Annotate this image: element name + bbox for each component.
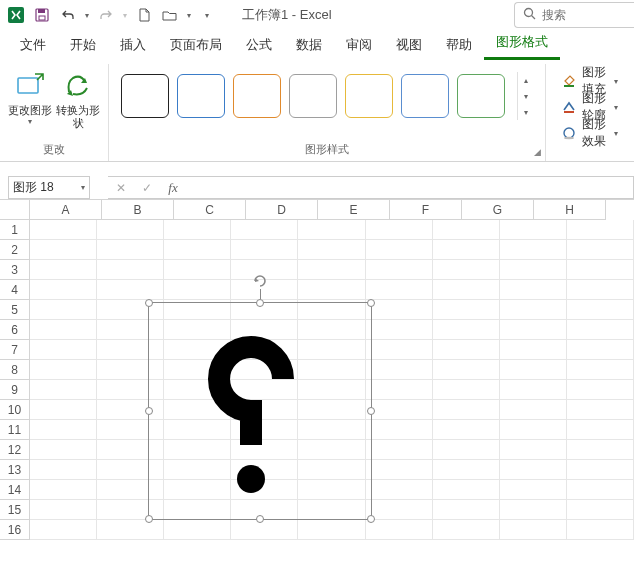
resize-handle[interactable] [367, 407, 375, 415]
cell[interactable] [30, 400, 97, 420]
cell[interactable] [500, 240, 567, 260]
row-header[interactable]: 1 [0, 220, 30, 240]
row-header[interactable]: 14 [0, 480, 30, 500]
cell[interactable] [231, 220, 298, 240]
cell[interactable] [567, 320, 634, 340]
cell[interactable] [366, 460, 433, 480]
cell[interactable] [298, 520, 365, 540]
cell[interactable] [500, 420, 567, 440]
style-swatch-2[interactable] [177, 74, 225, 118]
save-button[interactable] [30, 3, 54, 27]
col-header[interactable]: D [246, 200, 318, 220]
cell[interactable] [500, 380, 567, 400]
cell[interactable] [500, 460, 567, 480]
cell[interactable] [567, 340, 634, 360]
cell[interactable] [366, 520, 433, 540]
col-header[interactable]: C [174, 200, 246, 220]
cell[interactable] [30, 300, 97, 320]
cell[interactable] [30, 280, 97, 300]
row-header[interactable]: 3 [0, 260, 30, 280]
cell[interactable] [567, 220, 634, 240]
tab-shape-format[interactable]: 图形格式 [484, 27, 560, 60]
row-header[interactable]: 2 [0, 240, 30, 260]
cell[interactable] [30, 460, 97, 480]
selected-shape-frame[interactable] [148, 302, 372, 520]
tab-data[interactable]: 数据 [284, 30, 334, 60]
convert-to-shape-button[interactable]: 转换为形状 [56, 66, 100, 129]
redo-dropdown-icon[interactable]: ▾ [120, 11, 130, 20]
resize-handle[interactable] [367, 515, 375, 523]
cell[interactable] [500, 400, 567, 420]
cell[interactable] [30, 380, 97, 400]
shape-fill-button[interactable]: 图形填充 ▾ [558, 70, 622, 92]
cell[interactable] [298, 280, 365, 300]
cell[interactable] [97, 240, 164, 260]
cell[interactable] [366, 260, 433, 280]
cell[interactable] [366, 360, 433, 380]
change-shape-button[interactable]: 更改图形 ▾ [8, 66, 52, 126]
dialog-launcher-icon[interactable]: ◢ [534, 147, 541, 157]
row-header[interactable]: 15 [0, 500, 30, 520]
row-header[interactable]: 13 [0, 460, 30, 480]
cell[interactable] [567, 240, 634, 260]
cell[interactable] [500, 520, 567, 540]
resize-handle[interactable] [256, 515, 264, 523]
tab-help[interactable]: 帮助 [434, 30, 484, 60]
insert-function-button[interactable]: fx [160, 177, 186, 198]
search-box[interactable] [514, 2, 634, 28]
redo-button[interactable] [94, 3, 118, 27]
cell[interactable] [567, 460, 634, 480]
cell[interactable] [433, 380, 500, 400]
cell[interactable] [433, 480, 500, 500]
cell[interactable] [500, 220, 567, 240]
cell[interactable] [366, 240, 433, 260]
cell[interactable] [97, 280, 164, 300]
col-header[interactable]: H [534, 200, 606, 220]
open-file-button[interactable] [158, 3, 182, 27]
cell[interactable] [298, 260, 365, 280]
col-header[interactable]: B [102, 200, 174, 220]
cell[interactable] [97, 260, 164, 280]
cell[interactable] [366, 480, 433, 500]
cell[interactable] [433, 400, 500, 420]
cell[interactable] [366, 320, 433, 340]
cell[interactable] [433, 220, 500, 240]
cell[interactable] [366, 340, 433, 360]
cell[interactable] [433, 520, 500, 540]
cell[interactable] [567, 440, 634, 460]
excel-app-icon[interactable] [4, 3, 28, 27]
cell[interactable] [433, 300, 500, 320]
tab-review[interactable]: 审阅 [334, 30, 384, 60]
cell[interactable] [164, 240, 231, 260]
cell[interactable] [567, 380, 634, 400]
qat-customize-icon[interactable]: ▾ [202, 11, 212, 20]
cell[interactable] [433, 500, 500, 520]
cell[interactable] [97, 520, 164, 540]
cell[interactable] [567, 280, 634, 300]
tab-file[interactable]: 文件 [8, 30, 58, 60]
search-input[interactable] [542, 8, 612, 22]
cell[interactable] [366, 420, 433, 440]
cell[interactable] [500, 440, 567, 460]
worksheet-grid[interactable]: A B C D E F G H 12345678910111213141516 [0, 200, 634, 550]
cell[interactable] [567, 520, 634, 540]
cell[interactable] [433, 240, 500, 260]
cell[interactable] [500, 480, 567, 500]
row-header[interactable]: 16 [0, 520, 30, 540]
tab-insert[interactable]: 插入 [108, 30, 158, 60]
cell[interactable] [366, 500, 433, 520]
cancel-formula-button[interactable]: ✕ [108, 177, 134, 198]
cell[interactable] [30, 320, 97, 340]
cell[interactable] [30, 420, 97, 440]
cell[interactable] [30, 340, 97, 360]
cell[interactable] [30, 500, 97, 520]
resize-handle[interactable] [367, 299, 375, 307]
undo-dropdown-icon[interactable]: ▾ [82, 11, 92, 20]
cell[interactable] [97, 220, 164, 240]
open-dropdown-icon[interactable]: ▾ [184, 11, 194, 20]
cell[interactable] [433, 320, 500, 340]
cell[interactable] [30, 480, 97, 500]
col-header[interactable]: A [30, 200, 102, 220]
cell[interactable] [567, 260, 634, 280]
cell[interactable] [433, 420, 500, 440]
